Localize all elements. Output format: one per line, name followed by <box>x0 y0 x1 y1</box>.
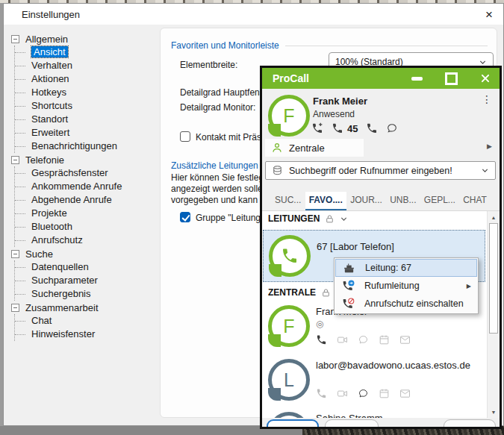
chevron-down-icon[interactable] <box>481 166 489 175</box>
tab-journal[interactable]: JOUR... <box>346 192 386 210</box>
chat-bubble-icon[interactable] <box>358 334 369 345</box>
collapse-icon[interactable] <box>11 35 19 43</box>
collapse-icon[interactable] <box>11 156 19 164</box>
sidebar-item-aktionen[interactable]: Aktionen <box>15 72 159 86</box>
section-title-favoriten: Favoriten und Monitorleiste <box>171 40 488 51</box>
call-icon[interactable] <box>316 334 327 345</box>
bottom-tab-button-active[interactable] <box>267 419 319 429</box>
sidebar-item-standort[interactable]: Standort <box>15 113 159 126</box>
scroll-up-icon[interactable]: ▲ <box>488 211 500 223</box>
lock-icon <box>321 288 331 298</box>
kontakt-checkbox[interactable] <box>180 131 190 142</box>
sidebar-item-zusammenarbeit[interactable]: Zusammenarbeit <box>11 301 159 314</box>
scroll-down-icon[interactable]: ▼ <box>488 406 500 418</box>
bottom-tab-button[interactable] <box>325 419 379 429</box>
group-header-leitungen[interactable]: LEITUNGEN <box>268 213 348 224</box>
sidebar-item-datenquellen[interactable]: Datenquellen <box>15 260 159 274</box>
expand-right-icon[interactable]: ▶ <box>487 143 492 150</box>
presence-indicator <box>269 264 281 277</box>
chevron-down-icon[interactable] <box>340 215 348 223</box>
sidebar-item-gespraechsfenster[interactable]: Gesprächsfenster <box>15 166 159 180</box>
bottom-tab-button[interactable] <box>444 419 496 429</box>
collapse-icon[interactable] <box>11 250 19 258</box>
sidebar-item-suchparameter[interactable]: Suchparameter <box>15 274 159 287</box>
settings-window-title: Einstellungen <box>22 9 80 20</box>
group-header-zentrale[interactable]: ZENTRALE <box>268 287 344 298</box>
tab-suche[interactable]: SUC... <box>271 192 305 210</box>
line-context-menu: Leitung: 67 Rufumleitung ▶ Anrufschutz e… <box>334 257 479 314</box>
sidebar-item-verhalten[interactable]: Verhalten <box>15 59 159 72</box>
sidebar-item-telefonie[interactable]: Telefonie <box>11 153 159 166</box>
scrollbar-thumb[interactable] <box>489 223 498 334</box>
sidebar-item-chat[interactable]: Chat <box>15 314 159 328</box>
phone-icon[interactable] <box>366 122 378 134</box>
minimize-icon[interactable] <box>411 77 423 81</box>
sidebar-item-hotkeys[interactable]: Hotkeys <box>15 86 159 99</box>
phone-icon[interactable] <box>332 122 343 134</box>
phone-icon <box>281 247 299 265</box>
call-pickup-icon[interactable] <box>311 122 323 134</box>
settings-nav-tree: Allgemein Ansicht Verhalten Aktionen Hot… <box>11 32 159 341</box>
video-call-icon[interactable] <box>337 388 348 399</box>
collapse-icon[interactable] <box>11 304 19 312</box>
contact-labor[interactable]: L labor@bavadowono.ucaas.estos.de <box>262 355 487 409</box>
elementbreite-label: Elementbreite: <box>180 60 237 70</box>
menu-item-rufumleitung[interactable]: Rufumleitung ▶ <box>335 277 477 295</box>
sidebar-item-abgehende-anrufe[interactable]: Abgehende Anrufe <box>15 193 159 207</box>
lock-icon <box>325 214 335 224</box>
calendar-icon[interactable] <box>379 334 390 345</box>
calendar-icon[interactable] <box>379 388 390 399</box>
tab-geplant[interactable]: GEPL... <box>420 192 459 210</box>
sidebar-item-ankommende-anrufe[interactable]: Ankommende Anrufe <box>15 180 159 193</box>
sidebar-item-benachrichtigungen[interactable]: Benachrichtigungen <box>15 140 159 153</box>
sidebar-item-bluetooth[interactable]: Bluetooth <box>15 220 159 234</box>
call-icon[interactable] <box>316 388 327 399</box>
extension-number: 45 <box>347 123 358 134</box>
chevron-down-icon <box>479 58 487 66</box>
close-icon[interactable]: × <box>485 8 493 21</box>
search-placeholder: Suchbegriff oder Rufnummer eingeben! <box>289 166 452 176</box>
procall-tabs: SUC... FAVO.... JOUR... UNB... GEPL... C… <box>262 184 500 210</box>
sidebar-item-erweitert[interactable]: Erweitert <box>15 126 159 140</box>
sidebar-item-allgemein[interactable]: Allgemein <box>11 32 159 46</box>
close-icon[interactable] <box>480 73 491 84</box>
line-label: 67 [Labor Telefon] <box>317 241 394 252</box>
tab-unbeantwortet[interactable]: UNB... <box>386 192 420 210</box>
avatar: L <box>268 359 310 401</box>
sidebar-item-ansicht[interactable]: Ansicht <box>15 46 159 59</box>
avatar[interactable]: F <box>268 95 310 137</box>
sidebar-item-suche[interactable]: Suche <box>11 247 159 260</box>
tab-chat[interactable]: CHAT <box>459 192 491 210</box>
tab-favoriten[interactable]: FAVO.... <box>305 192 346 210</box>
chat-bubble-icon[interactable] <box>358 388 369 399</box>
zentrale-row[interactable]: Zentrale ▶ <box>262 139 500 158</box>
detailgrad-monitor-label: Detailgrad Monitor: <box>180 102 255 113</box>
mail-icon[interactable] <box>399 388 411 399</box>
desktop: Einstellungen × Allgemein Ansicht Verhal… <box>0 0 504 435</box>
do-not-disturb-icon <box>342 298 355 310</box>
zentrale-label: Zentrale <box>289 143 325 154</box>
scrollbar[interactable]: ▲ ▼ <box>487 211 500 418</box>
submenu-arrow-icon: ▶ <box>467 283 471 290</box>
video-call-icon[interactable] <box>337 334 348 345</box>
presence-indicator <box>268 124 281 137</box>
presence-indicator <box>268 334 281 347</box>
menu-item-leitung-67[interactable]: Leitung: 67 <box>335 259 477 277</box>
sidebar-item-anrufschutz[interactable]: Anrufschutz <box>15 234 159 247</box>
sidebar-item-hinweisfenster[interactable]: Hinweisfenster <box>15 328 159 341</box>
chat-bubble-icon[interactable] <box>386 122 398 134</box>
more-menu-icon[interactable]: ⋮ <box>482 93 492 105</box>
sidebar-item-suchergebnis[interactable]: Suchergebnis <box>15 287 159 301</box>
line-avatar <box>269 235 311 277</box>
menu-item-anrufschutz[interactable]: Anrufschutz einschalten <box>335 295 477 313</box>
leitungen-description-line2: angezeigt werden solle <box>171 184 263 195</box>
gruppe-leitungen-checkbox[interactable] <box>180 212 190 222</box>
sidebar-item-projekte[interactable]: Projekte <box>15 207 159 220</box>
sidebar-item-shortcuts[interactable]: Shortcuts <box>15 99 159 113</box>
search-input[interactable]: Suchbegriff oder Rufnummer eingeben! <box>265 161 496 180</box>
procall-titlebar[interactable]: ProCall <box>262 68 500 89</box>
settings-titlebar: Einstellungen × <box>4 4 503 25</box>
procall-user-header: F Frank Meier Anwesend 45 ⋮ Zentrale ▶ <box>262 89 500 159</box>
mail-icon[interactable] <box>399 334 411 345</box>
maximize-icon[interactable] <box>445 72 458 85</box>
